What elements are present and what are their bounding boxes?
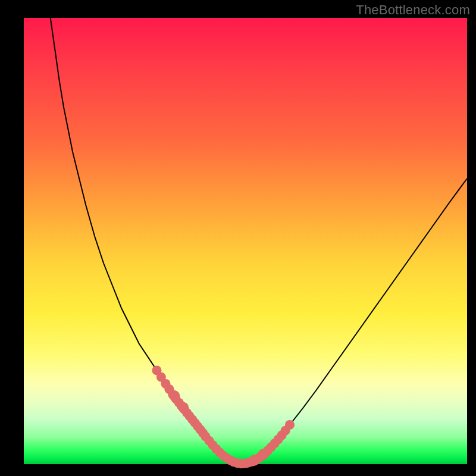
bottleneck-curve [51,18,467,464]
chart-frame: TheBottleneck.com [0,0,476,476]
watermark-text: TheBottleneck.com [356,2,470,18]
data-dot [169,390,180,401]
data-dot [285,420,295,430]
curve-path [51,18,467,464]
data-dot [178,402,189,413]
data-dot [249,455,259,465]
data-dots [152,366,295,469]
chart-svg [24,18,467,464]
data-dot [258,449,268,460]
plot-area [24,18,467,464]
